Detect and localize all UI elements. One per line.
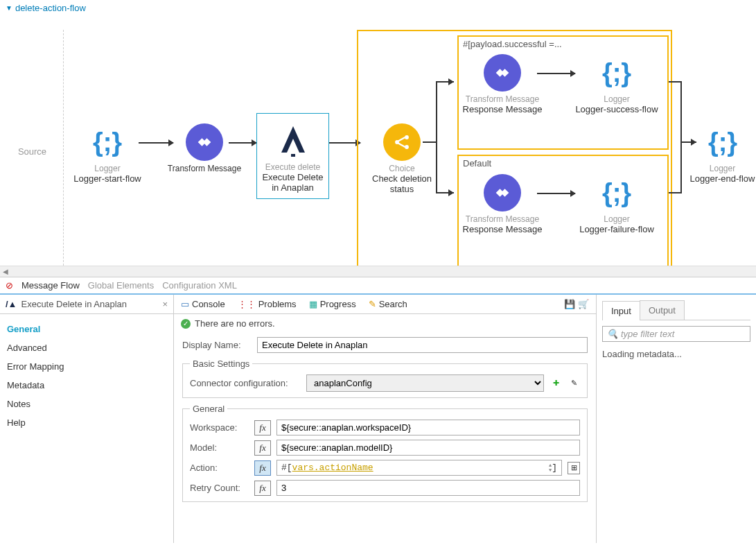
ok-icon: ✓ [181,319,191,329]
branch1-logger-node[interactable]: {;} Logger Logger-success-flow [575,54,658,114]
view-console[interactable]: ▭Console [181,299,225,309]
transform-icon [186,123,223,161]
fx-button[interactable]: fx [254,481,271,496]
flow-header: ▼ delete-action-flow [0,0,756,16]
nav-metadata[interactable]: Metadata [0,376,173,395]
choice-icon [383,123,421,161]
tab-message-flow[interactable]: Message Flow [21,280,80,291]
basic-settings-fieldset: Basic Settings Connector configuration: … [182,359,588,398]
retry-row: Retry Count: fx [190,480,580,496]
basic-settings-legend: Basic Settings [190,359,252,369]
view-problems[interactable]: ⋮⋮Problems [238,299,297,309]
model-label: Model: [190,442,249,453]
node-caption: Transform Message [461,214,544,224]
arrow [537,193,575,194]
status-text: There are no errors. [195,318,275,329]
node-title: Logger-end-flow [689,173,755,184]
nav-advanced[interactable]: Advanced [0,338,173,357]
logger-end-node[interactable]: {;} Logger Logger-end-flow [689,123,755,184]
node-caption: Logger [689,164,755,173]
properties-panel: /▲ Execute Delete in Anaplan × General A… [0,293,756,543]
svg-text:{;}: {;} [707,128,737,157]
workspace-input[interactable] [276,420,580,435]
properties-tab[interactable]: /▲ Execute Delete in Anaplan × [0,295,173,314]
anaplan-icon [274,122,312,159]
view-search[interactable]: ✎Search [369,299,407,309]
branch-label: #[payload.successful =... [463,39,562,49]
node-title: Logger-start-flow [66,173,149,184]
progress-icon: ▦ [309,299,317,309]
node-caption: Logger [575,214,658,224]
edit-icon[interactable]: ✎ [568,377,580,390]
node-caption: Transform Message [461,94,544,104]
display-name-input[interactable] [257,337,588,353]
node-title: Logger-failure-flow [575,224,658,234]
tab-config-xml[interactable]: Configuration XML [162,280,237,291]
save-icon[interactable]: 💾 [564,299,575,309]
problems-icon: ⋮⋮ [238,299,256,309]
branch-arrows [419,64,461,203]
node-caption: Transform Message [163,164,246,173]
tab-global-elements[interactable]: Global Elements [88,280,154,291]
tab-output[interactable]: Output [640,300,685,320]
workspace-row: Workspace: fx [190,420,580,435]
cart-icon[interactable]: 🛒 [578,299,589,309]
source-label: Source [18,146,46,157]
views-tabs: ▭Console ⋮⋮Problems ▦Progress ✎Search 💾 … [174,295,596,314]
nav-general[interactable]: General [0,320,173,338]
console-icon: ▭ [181,299,189,309]
scroll-left-icon[interactable]: ◀ [0,268,11,275]
filter-input[interactable]: 🔍 type filter text [602,326,750,342]
action-label: Action: [190,463,249,473]
search-icon: ✎ [369,299,376,309]
nav-help[interactable]: Help [0,413,173,432]
svg-point-4 [405,145,409,149]
flow-name: delete-action-flow [15,3,86,13]
action-input[interactable]: #[ vars.actionName ▲▼ ] [276,460,562,476]
connector-select[interactable]: anaplanConfig [306,374,544,392]
logger-icon: {;} [704,123,741,161]
error-icon: ⊘ [6,280,13,291]
horizontal-scrollbar[interactable]: ◀ [0,266,756,277]
validation-status: ✓ There are no errors. [174,314,596,333]
logger-icon: {;} [598,54,635,92]
model-row: Model: fx [190,440,580,456]
node-caption: Logger [66,164,149,173]
fx-button-active[interactable]: fx [254,460,271,476]
fx-button[interactable]: fx [254,440,271,456]
execute-delete-node[interactable]: Execute delete Execute Delete in Anaplan [256,113,329,199]
branch1-transform-node[interactable]: Transform Message Response Message [461,54,544,114]
model-input[interactable] [276,440,580,456]
nav-error-mapping[interactable]: Error Mapping [0,357,173,376]
retry-label: Retry Count: [190,483,249,493]
tab-input[interactable]: Input [602,301,640,320]
view-progress[interactable]: ▦Progress [309,299,356,309]
branch2-transform-node[interactable]: Transform Message Response Message [461,174,544,234]
collapse-triangle-icon[interactable]: ▼ [6,4,12,12]
loading-text: Loading metadata... [602,349,750,359]
branch-label: Default [463,158,491,169]
arrow [537,73,575,74]
retry-input[interactable] [276,480,580,496]
nav-notes[interactable]: Notes [0,395,173,413]
properties-left-column: /▲ Execute Delete in Anaplan × General A… [0,295,173,543]
branch2-logger-node[interactable]: {;} Logger Logger-failure-flow [575,174,658,234]
node-title: Execute Delete in Anaplan [260,172,326,193]
general-fieldset: General Workspace: fx Model: fx Action: … [182,404,588,502]
display-name-row: Display Name: [182,337,588,353]
metadata-panel: Input Output 🔍 type filter text Loading … [597,295,756,543]
transform-icon [484,174,521,212]
logger-icon: {;} [89,123,126,161]
filter-placeholder: type filter text [621,329,674,339]
add-icon[interactable]: ✚ [550,377,562,390]
logger-start-node[interactable]: {;} Logger Logger-start-flow [66,123,149,184]
properties-form: Display Name: Basic Settings Connector c… [174,333,596,543]
transform-message-node[interactable]: Transform Message [163,123,246,173]
fx-button[interactable]: fx [254,420,271,435]
expression-builder-button[interactable]: ⊞ [568,462,580,474]
arrow [229,142,256,144]
node-caption: Logger [575,94,658,104]
flow-canvas[interactable]: Source {;} Logger Logger-start-flow Tran… [0,16,756,266]
workspace-label: Workspace: [190,422,249,433]
close-icon[interactable]: × [162,299,168,309]
